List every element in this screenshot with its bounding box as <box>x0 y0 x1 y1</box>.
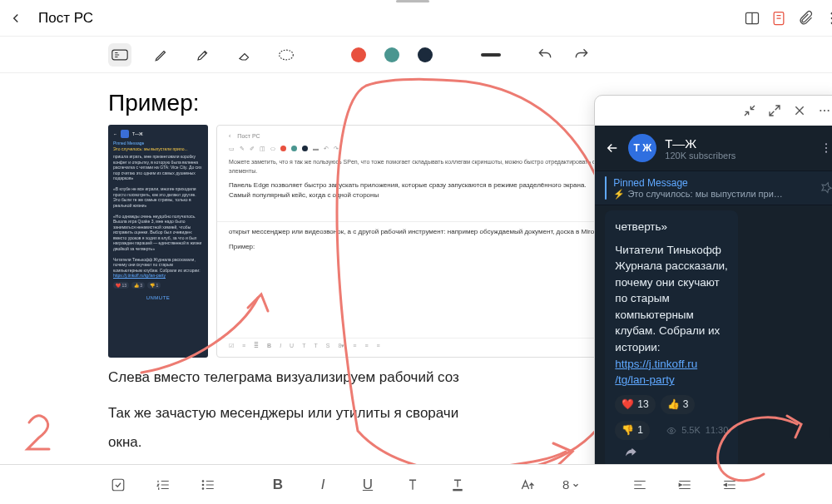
svg-point-8 <box>820 110 822 111</box>
message-body[interactable]: четверть» Читатели Тинькофф Журнала расс… <box>595 210 832 464</box>
attach-icon[interactable] <box>796 9 815 27</box>
telegram-thumbnail[interactable]: ← Т—Ж Pinned Message Это случилось: мы в… <box>108 125 208 358</box>
svg-rect-15 <box>112 479 124 491</box>
bullet-list-icon[interactable] <box>198 477 218 492</box>
svg-point-12 <box>825 147 827 149</box>
more-icon[interactable] <box>823 9 832 27</box>
svg-point-18 <box>202 487 204 489</box>
tg-back-icon[interactable] <box>605 141 620 156</box>
svg-point-10 <box>828 110 830 111</box>
highlighter-tool[interactable] <box>191 43 215 67</box>
channel-name[interactable]: Т—Ж <box>665 136 811 151</box>
svg-point-16 <box>202 480 204 482</box>
eraser-tool[interactable] <box>233 43 256 67</box>
text-format-button[interactable] <box>403 477 423 492</box>
message-meta: 5.5K 11:30 <box>666 424 728 437</box>
outdent-button[interactable] <box>720 477 740 492</box>
svg-point-6 <box>280 50 294 60</box>
react-thumbsdown[interactable]: 👎 1 <box>615 421 650 440</box>
minimize-icon[interactable] <box>743 104 756 117</box>
color-teal[interactable] <box>384 47 399 62</box>
align-button[interactable] <box>630 477 650 492</box>
svg-rect-19 <box>453 488 462 490</box>
share-icon[interactable] <box>623 445 638 460</box>
svg-rect-5 <box>112 50 127 60</box>
document-title: Пост РС <box>38 10 735 27</box>
note-icon[interactable] <box>770 9 788 27</box>
numbered-list-icon[interactable] <box>153 477 173 492</box>
format-bar: B I U 8 <box>0 464 832 504</box>
svg-point-13 <box>825 151 827 153</box>
font-size-button[interactable]: 8 <box>562 477 580 492</box>
bold-button[interactable]: B <box>268 477 288 493</box>
react-heart[interactable]: ❤️ 13 <box>615 395 655 414</box>
svg-point-11 <box>825 143 827 145</box>
undo-icon[interactable] <box>536 46 554 64</box>
italic-button[interactable]: I <box>313 477 333 493</box>
telegram-panel: Т Ж Т—Ж 120K subscribers Pinned Message … <box>595 126 832 464</box>
back-icon[interactable] <box>7 9 25 27</box>
checkbox-icon[interactable] <box>108 477 128 492</box>
drag-handle[interactable] <box>396 0 429 2</box>
indent-button[interactable] <box>675 477 695 492</box>
lasso-tool[interactable] <box>275 43 298 67</box>
svg-point-9 <box>824 110 825 111</box>
pen-tool[interactable] <box>150 43 173 67</box>
tg-more-icon[interactable] <box>820 141 832 155</box>
topbar: Пост РС <box>0 0 832 37</box>
stroke-width[interactable] <box>481 51 501 59</box>
color-red[interactable] <box>351 47 366 62</box>
svg-rect-7 <box>481 53 501 57</box>
channel-subscribers: 120K subscribers <box>665 151 811 161</box>
svg-point-14 <box>671 429 673 432</box>
content-area: Пример: ← Т—Ж Pinned Message Это случило… <box>0 73 832 464</box>
reader-icon[interactable] <box>743 9 761 27</box>
font-family-button[interactable] <box>518 477 537 492</box>
text-tool[interactable] <box>108 43 131 67</box>
floating-window[interactable]: Т Ж Т—Ж 120K subscribers Pinned Message … <box>594 95 832 464</box>
text-color-button[interactable] <box>448 477 468 492</box>
channel-avatar[interactable]: Т Ж <box>628 134 656 162</box>
svg-point-17 <box>202 484 204 486</box>
drawing-toolbar <box>0 37 832 73</box>
message-link[interactable]: https://j.tinkoff.ru/tg/lan-party <box>615 358 697 387</box>
redo-icon[interactable] <box>572 46 591 64</box>
maximize-icon[interactable] <box>768 104 781 117</box>
pinned-message[interactable]: Pinned Message ⚡ Это случилось: мы выпус… <box>595 170 832 205</box>
pin-icon <box>820 181 832 195</box>
react-thumbsup[interactable]: 👍 3 <box>661 395 696 414</box>
underline-button[interactable]: U <box>358 477 378 493</box>
color-navy[interactable] <box>418 47 433 62</box>
close-icon[interactable] <box>793 104 806 117</box>
window-more-icon[interactable] <box>818 104 831 117</box>
